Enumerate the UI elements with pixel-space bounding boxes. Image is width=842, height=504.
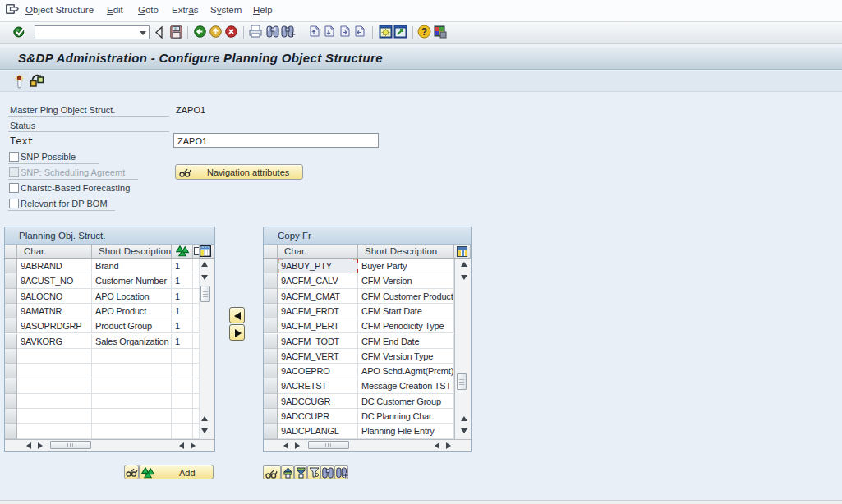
svg-text:?: ? [421, 26, 427, 38]
